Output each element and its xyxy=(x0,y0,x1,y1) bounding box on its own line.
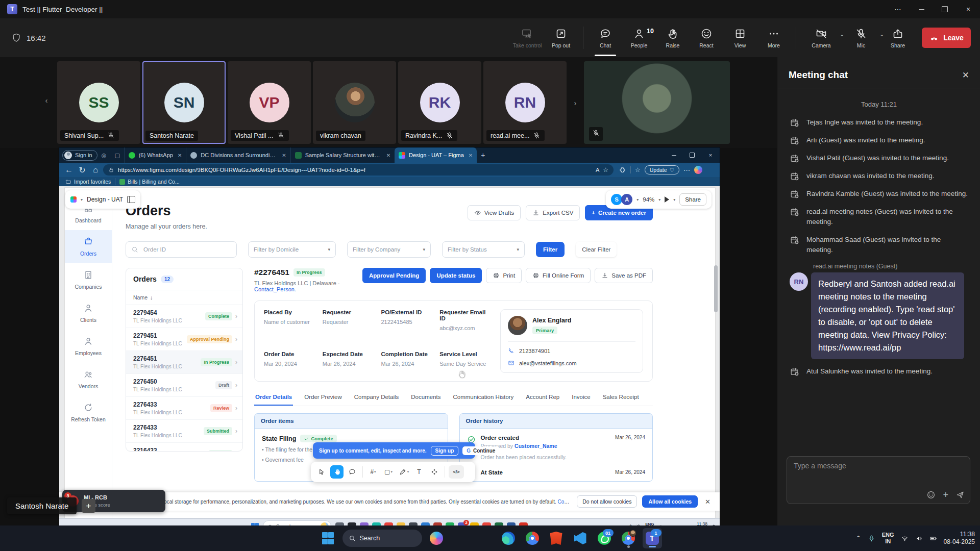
browser-tab[interactable]: Design - UAT – Figma✕ xyxy=(395,147,477,163)
participant-tile[interactable]: RKRavindra K... xyxy=(398,61,481,144)
tab-order-details[interactable]: Order Details xyxy=(254,394,293,406)
tab-history-icon[interactable]: ◎ xyxy=(97,149,111,161)
zoom-level[interactable]: 94% xyxy=(643,196,654,203)
tab-order-preview[interactable]: Order Preview xyxy=(303,394,343,406)
google-continue-button[interactable]: G Continue xyxy=(462,446,499,455)
shape-tool[interactable]: ▢▾ xyxy=(382,465,395,479)
export-csv-button[interactable]: Export CSV xyxy=(526,205,580,220)
participant-tile[interactable]: SNSantosh Narate xyxy=(142,61,226,144)
window-close-button[interactable]: × xyxy=(957,0,980,18)
favorite-star-icon[interactable]: ☆ xyxy=(603,166,608,173)
collaborator-avatar[interactable]: A xyxy=(621,194,632,205)
back-icon[interactable]: ← xyxy=(63,164,75,176)
taskbar-app-whatsapp[interactable]: 81 xyxy=(595,528,614,548)
save-as-pdf-button[interactable]: Save as PDF xyxy=(595,268,653,283)
order-id-search[interactable] xyxy=(126,241,237,258)
frame-tool[interactable]: #▾ xyxy=(366,465,380,479)
control-react[interactable]: React xyxy=(690,24,723,52)
order-row[interactable]: 2276450TL Flex Holdings LLCDraft› xyxy=(126,374,242,397)
tab-close-icon[interactable]: ✕ xyxy=(469,153,473,158)
sidebar-item-refresh-token[interactable]: Refresh Token xyxy=(65,396,112,429)
edge-close-button[interactable]: × xyxy=(701,147,720,163)
start-button[interactable] xyxy=(318,528,338,548)
tab-documents[interactable]: Documents xyxy=(410,394,442,406)
update-browser-button[interactable]: Update ♡ xyxy=(645,165,679,174)
browser-tab[interactable]: (6) WhatsApp✕ xyxy=(124,147,186,163)
list-sort-header[interactable]: Name ↓ xyxy=(126,290,242,305)
collections-star-icon[interactable]: ☆ xyxy=(635,166,641,173)
taskbar-app-chrome[interactable] xyxy=(523,528,542,548)
tab-close-icon[interactable]: ✕ xyxy=(386,153,390,158)
signup-button[interactable]: Sign up xyxy=(431,446,459,456)
tab-sales-receipt[interactable]: Sales Receipt xyxy=(602,394,640,406)
sidebar-item-orders[interactable]: Orders xyxy=(65,230,112,263)
control-chat[interactable]: Chat xyxy=(589,24,622,52)
taskbar-app-teams[interactable]: T1 xyxy=(643,528,662,548)
presenter-pin-button[interactable]: + xyxy=(82,499,95,513)
filter-company-select[interactable]: Filter by Company▾ xyxy=(347,241,431,258)
order-row[interactable]: 2216433TL Flex Holdings LLCCreated› xyxy=(126,443,242,452)
filter-status-select[interactable]: Filter by Status▾ xyxy=(442,241,525,258)
chevron-down-icon[interactable]: ▾ xyxy=(407,470,409,474)
control-people[interactable]: 10People xyxy=(622,24,656,52)
cookie-close-icon[interactable]: ✕ xyxy=(703,498,713,506)
taskbar-search[interactable]: Search xyxy=(342,530,422,547)
taskbar-app-copilot[interactable] xyxy=(427,528,446,548)
tab-actions-icon[interactable]: ▢ xyxy=(111,149,124,161)
view-drafts-button[interactable]: View Drafts xyxy=(468,205,521,220)
present-icon[interactable] xyxy=(665,196,669,203)
chevron-down-icon[interactable]: ▾ xyxy=(390,470,393,474)
browser-tab[interactable]: DC Divisions and Surroundings✕ xyxy=(186,147,290,163)
window-minimize-button[interactable] xyxy=(910,0,933,18)
sidebar-item-employees[interactable]: Employees xyxy=(65,330,112,363)
component-tool[interactable] xyxy=(428,465,441,479)
control-share[interactable]: Share xyxy=(881,24,915,52)
clock[interactable]: 11:3808-04-2025 xyxy=(944,531,975,546)
comment-tool[interactable] xyxy=(346,465,359,479)
filter-button[interactable]: Filter xyxy=(536,242,565,257)
figma-file-pill[interactable]: ▾ Design - UAT xyxy=(65,190,140,209)
taskbar-app-brave[interactable] xyxy=(547,528,566,548)
order-row[interactable]: 2279454TL Flex Holdings LLCComplete› xyxy=(126,305,242,328)
tray-chevron-icon[interactable]: ⌃ xyxy=(856,535,861,542)
layout-panel-icon[interactable] xyxy=(127,196,135,203)
copilot-icon[interactable] xyxy=(694,166,702,174)
emoji-icon[interactable] xyxy=(926,490,936,499)
chat-input[interactable]: Type a message + xyxy=(787,456,970,504)
order-row[interactable]: 2276433TL Flex Holdings LLCSubmitted› xyxy=(126,420,242,443)
participant-tile-video[interactable] xyxy=(584,61,730,144)
bookmark-import-favorites[interactable]: Import favorites xyxy=(65,179,111,185)
contact-person-link[interactable]: Contact_Person. xyxy=(254,286,296,292)
chevron-down-icon[interactable]: ▾ xyxy=(636,197,639,202)
hand-tool-tool[interactable] xyxy=(330,465,344,479)
cursor-tool[interactable] xyxy=(315,465,328,479)
participant-tile[interactable]: RNread.ai mee... xyxy=(483,61,567,144)
figma-scrollbar[interactable] xyxy=(714,265,718,312)
pen-tool[interactable]: ▾ xyxy=(397,465,410,479)
control-mic[interactable]: ⌄Mic xyxy=(841,24,881,52)
tab-close-icon[interactable]: ✕ xyxy=(282,153,286,158)
taskbar-app-vscode[interactable] xyxy=(571,528,590,548)
tab-close-icon[interactable]: ✕ xyxy=(178,153,182,158)
participant-tile[interactable]: VPVishal Patil ... xyxy=(228,61,311,144)
dev-mode-tool[interactable]: </> xyxy=(449,465,464,479)
edge-minimize-button[interactable] xyxy=(665,147,683,163)
wifi-icon[interactable] xyxy=(901,535,909,542)
home-icon[interactable]: ⌂ xyxy=(90,164,101,176)
window-more-icon[interactable]: ⋯ xyxy=(886,0,910,18)
participant-tile[interactable]: SSShivani Sup... xyxy=(57,61,140,144)
tab-invoice[interactable]: Invoice xyxy=(571,394,591,406)
order-row[interactable]: 2276433TL Flex Holdings LLCReview› xyxy=(126,397,242,420)
tab-communication-history[interactable]: Communication History xyxy=(452,394,514,406)
language-indicator[interactable]: ENGIN xyxy=(882,532,894,545)
text-tool-tool[interactable]: T xyxy=(412,465,426,479)
fill-online-form-button[interactable]: Fill Online Form xyxy=(526,268,591,283)
attach-plus-icon[interactable]: + xyxy=(943,490,948,499)
order-id-input[interactable] xyxy=(142,246,211,253)
url-field[interactable]: https://www.figma.com/design/9BKQ0FOHRWa… xyxy=(103,164,614,176)
read-aloud-icon[interactable]: A xyxy=(596,167,599,173)
sidebar-item-vendors[interactable]: Vendors xyxy=(65,363,112,396)
order-row[interactable]: 2279451TL Flex Holdings LLCApproval Pend… xyxy=(126,328,242,351)
taskbar-app-game-hub[interactable] xyxy=(451,528,470,548)
sidebar-item-companies[interactable]: Companies xyxy=(65,263,112,296)
